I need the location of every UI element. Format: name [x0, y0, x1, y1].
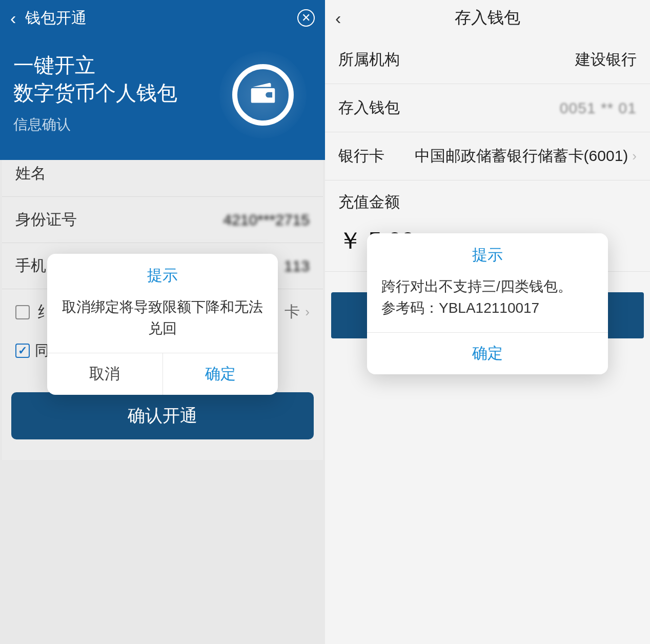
- wallet-label: 存入钱包: [338, 97, 400, 118]
- amount-label: 充值金额: [325, 180, 650, 216]
- wallet-value: 0051 ** 01: [560, 99, 637, 117]
- hero-banner: 一键开立 数字货币个人钱包 信息确认: [0, 36, 325, 160]
- close-icon[interactable]: ✕: [297, 9, 315, 27]
- card-value: 中国邮政储蓄银行储蓄卡(6001): [415, 146, 628, 167]
- dialog-ok-button[interactable]: 确定: [163, 353, 278, 395]
- wallet-icon: [219, 51, 307, 138]
- dialog-right: 提示 跨行对出不支持三/四类钱包。 参考码：YBLA12110017 确定: [367, 233, 608, 374]
- chevron-right-icon: ›: [305, 304, 310, 320]
- card-label: 银行卡: [338, 146, 384, 167]
- dialog-left-body: 取消绑定将导致限额下降和无法兑回: [47, 292, 278, 353]
- org-label: 所属机构: [338, 49, 400, 70]
- dialog-right-ok-button[interactable]: 确定: [367, 333, 608, 374]
- agree-checkbox[interactable]: [15, 344, 30, 358]
- row-id[interactable]: 身份证号 4210***2715: [2, 197, 323, 243]
- id-label: 身份证号: [15, 209, 77, 230]
- name-label: 姓名: [15, 163, 46, 184]
- back-icon-right[interactable]: ‹: [335, 8, 341, 28]
- row-wallet[interactable]: 存入钱包 0051 ** 01: [325, 84, 650, 132]
- org-value: 建设银行: [575, 49, 637, 70]
- titlebar-left: ‹ 钱包开通 ✕: [0, 0, 325, 36]
- dialog-cancel-button[interactable]: 取消: [47, 353, 163, 395]
- back-icon[interactable]: ‹: [10, 8, 16, 28]
- right-phone: ‹ 存入钱包 所属机构 建设银行 存入钱包 0051 ** 01 银行卡 中国邮…: [325, 0, 650, 644]
- row-card[interactable]: 银行卡 中国邮政储蓄银行储蓄卡(6001) ›: [325, 132, 650, 180]
- confirm-open-button[interactable]: 确认开通: [11, 392, 314, 439]
- id-value: 4210***2715: [223, 211, 310, 229]
- dialog-left: 提示 取消绑定将导致限额下降和无法兑回 取消 确定: [47, 254, 278, 395]
- phone-label: 手机: [15, 255, 46, 276]
- chevron-right-icon: ›: [632, 148, 637, 164]
- title-left: 钱包开通: [25, 8, 87, 29]
- dialog-right-title: 提示: [367, 233, 608, 272]
- bind-suffix: 卡: [285, 301, 300, 323]
- title-right: 存入钱包: [455, 7, 520, 29]
- titlebar-right: ‹ 存入钱包: [325, 0, 650, 36]
- dialog-right-body: 跨行对出不支持三/四类钱包。 参考码：YBLA12110017: [367, 272, 608, 332]
- left-phone: ‹ 钱包开通 ✕ 一键开立 数字货币个人钱包 信息确认 姓名 身份证号 4210…: [0, 0, 325, 644]
- dialog-left-title: 提示: [47, 254, 278, 292]
- bind-checkbox[interactable]: [15, 305, 30, 319]
- row-org[interactable]: 所属机构 建设银行: [325, 36, 650, 84]
- phone-value: 113: [284, 257, 310, 275]
